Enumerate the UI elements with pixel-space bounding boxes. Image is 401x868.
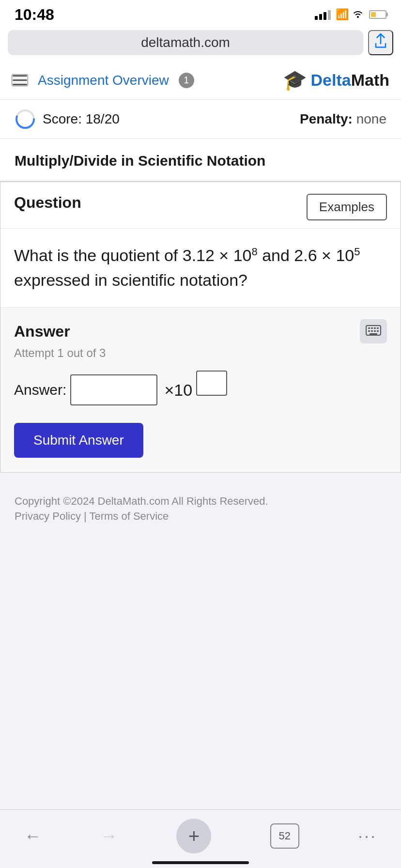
answer-inline-label: Answer:	[14, 382, 66, 398]
score-text: Score: 18/20	[43, 111, 120, 127]
status-time: 10:48	[15, 6, 54, 24]
answer-header: Answer	[14, 319, 387, 343]
battery-icon	[369, 10, 386, 19]
section-title: Multiply/Divide in Scientific Notation	[15, 153, 386, 169]
forward-button[interactable]: →	[100, 826, 118, 846]
times-ten-text: ×10	[164, 381, 192, 400]
tabs-button[interactable]: 52	[270, 823, 299, 849]
assignment-overview-link[interactable]: Assignment Overview	[38, 73, 169, 88]
keyboard-button[interactable]	[360, 319, 387, 343]
footer-copyright: Copyright ©2024 DeltaMath.com All Rights…	[15, 492, 386, 510]
answer-section: Answer	[0, 308, 401, 472]
question-label: Question	[14, 194, 81, 212]
svg-rect-6	[377, 327, 379, 329]
logo-cap-icon: 🎓	[283, 69, 307, 92]
address-bar[interactable]: deltamath.com	[8, 30, 363, 55]
svg-rect-7	[368, 330, 370, 332]
browser-bar: ← → + 52 ···	[0, 809, 401, 868]
footer-links: Privacy Policy | Terms of Service	[15, 510, 386, 523]
assignment-badge: 1	[179, 73, 194, 88]
svg-rect-5	[374, 327, 376, 329]
logo-text: DeltaMath	[311, 71, 389, 90]
logo: 🎓 DeltaMath	[283, 69, 389, 92]
signal-icon	[315, 9, 331, 20]
exponent-input[interactable]	[196, 371, 227, 396]
svg-rect-10	[377, 330, 379, 332]
nav-left: Assignment Overview 1	[12, 73, 194, 88]
coefficient-input[interactable]	[70, 374, 157, 405]
question-card: Question Examples What is the quotient o…	[0, 182, 401, 473]
score-section: Score: 18/20	[15, 108, 120, 130]
status-bar: 10:48 📶	[0, 0, 401, 26]
url-text: deltamath.com	[141, 35, 230, 50]
terms-of-service-link[interactable]: Terms of Service	[89, 510, 169, 522]
address-bar-container: deltamath.com	[0, 26, 401, 61]
section-title-bar: Multiply/Divide in Scientific Notation	[0, 139, 401, 182]
penalty-text: Penalty: none	[300, 111, 386, 127]
home-indicator	[152, 861, 249, 864]
keyboard-icon	[366, 324, 381, 339]
attempt-text: Attempt 1 out of 3	[14, 346, 387, 360]
new-tab-button[interactable]: +	[176, 819, 211, 853]
answer-input-row: Answer: ×10	[14, 374, 387, 405]
status-icons: 📶	[315, 8, 386, 21]
svg-rect-8	[371, 330, 373, 332]
share-button[interactable]	[368, 30, 393, 55]
question-body: What is the quotient of 3.12 × 108 and 2…	[0, 229, 401, 308]
privacy-policy-link[interactable]: Privacy Policy	[15, 510, 81, 522]
answer-label: Answer	[14, 323, 70, 341]
svg-rect-11	[370, 333, 377, 335]
score-bar: Score: 18/20 Penalty: none	[0, 100, 401, 139]
examples-button[interactable]: Examples	[307, 194, 387, 220]
wifi-icon: 📶	[336, 8, 364, 21]
score-circle-icon	[15, 108, 36, 130]
more-button[interactable]: ···	[358, 826, 377, 846]
svg-rect-3	[368, 327, 370, 329]
svg-rect-4	[371, 327, 373, 329]
question-header: Question Examples	[0, 182, 401, 229]
svg-rect-9	[374, 330, 376, 332]
footer: Copyright ©2024 DeltaMath.com All Rights…	[0, 473, 401, 537]
back-button[interactable]: ←	[24, 826, 42, 846]
nav-bar: Assignment Overview 1 🎓 DeltaMath	[0, 61, 401, 100]
submit-answer-button[interactable]: Submit Answer	[14, 423, 143, 458]
hamburger-menu[interactable]	[12, 74, 28, 86]
share-icon	[373, 32, 388, 53]
question-text: What is the quotient of 3.12 × 108 and 2…	[14, 246, 360, 289]
